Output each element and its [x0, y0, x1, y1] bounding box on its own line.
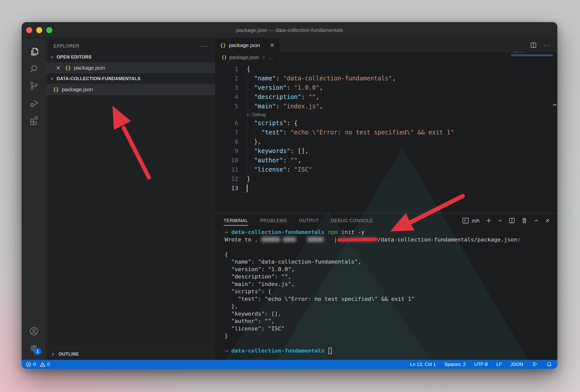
line-number: 2: [215, 75, 239, 82]
terminal-line: "version": "1.0.0",: [225, 266, 557, 273]
code-line[interactable]: 1{: [215, 64, 557, 74]
shell-selector[interactable]: zsh: [462, 217, 479, 224]
code-line[interactable]: 4 "description": "",: [215, 92, 557, 102]
tab-package-json[interactable]: {} package.json: [215, 38, 279, 52]
code-token: "": [290, 157, 298, 164]
search-icon[interactable]: [26, 61, 42, 77]
terminal-dropdown-icon[interactable]: [498, 218, 503, 223]
folder-section-header[interactable]: DATA-COLLECTION-FUNDAMENTALS: [46, 73, 215, 84]
open-editor-item-package-json[interactable]: {} package.json: [46, 62, 215, 73]
terminal-line: "author": "",: [225, 317, 557, 325]
line-number: 10: [215, 157, 239, 164]
breadcrumb[interactable]: {} package.json …: [215, 52, 557, 62]
close-panel-icon[interactable]: [545, 218, 550, 223]
editor-tab-bar: {} package.json ···: [215, 38, 557, 52]
terminal-line: "test": "echo \"Error: no test specified…: [225, 295, 557, 303]
extensions-icon[interactable]: [26, 112, 42, 128]
indent-guide: [247, 83, 247, 92]
terminal-text: [324, 348, 328, 354]
sidebar-more-actions-icon[interactable]: ···: [200, 45, 209, 47]
warning-icon: [40, 362, 46, 367]
source-control-icon[interactable]: [26, 78, 42, 94]
json-file-icon: {}: [65, 65, 71, 71]
code-token: "ISC": [294, 166, 312, 173]
code-line[interactable]: 13: [215, 183, 557, 193]
new-terminal-icon[interactable]: [485, 217, 492, 224]
close-window-button[interactable]: [26, 27, 32, 33]
editor-more-actions-icon[interactable]: ···: [543, 44, 551, 46]
problems-status[interactable]: 0 0: [26, 362, 50, 367]
code-line[interactable]: 5 "main": "index.js",: [215, 102, 557, 111]
code-token: :: [290, 148, 298, 155]
terminal-line: "scripts": {: [225, 288, 557, 295]
indentation-status[interactable]: Spaces: 2: [444, 362, 466, 367]
code-line[interactable]: 8 },: [215, 137, 557, 146]
chevron-right-icon: [51, 352, 56, 357]
explorer-icon[interactable]: [26, 44, 42, 60]
terminal-output[interactable]: → data-collection-fundamentals npm init …: [215, 228, 557, 360]
terminal-cursor: [328, 348, 332, 354]
feedback-person-icon[interactable]: [532, 361, 538, 367]
outline-section-header[interactable]: OUTLINE: [46, 348, 215, 360]
code-line[interactable]: 11 "license": "ISC": [215, 165, 557, 174]
maximize-panel-icon[interactable]: [534, 218, 539, 223]
terminal-text: Wrote to ,: [225, 236, 258, 243]
tree-item-package-json[interactable]: {} package.json: [46, 84, 215, 95]
chevron-down-icon: [50, 76, 55, 81]
code-editor[interactable]: 1{2 "name": "data-collection-fundamental…: [215, 62, 557, 213]
redaction-blur: [261, 237, 280, 242]
tab-problems[interactable]: PROBLEMS: [260, 213, 287, 228]
codelens-debug[interactable]: ▷Debug: [215, 111, 557, 118]
terminal-line: }: [225, 332, 557, 340]
activity-bar: 1: [22, 38, 46, 360]
split-terminal-icon[interactable]: [509, 217, 515, 224]
terminal-line: },: [225, 303, 557, 310]
settings-gear-icon[interactable]: 1: [26, 340, 42, 356]
code-line-text: },: [247, 137, 261, 146]
indent-guide: [247, 128, 247, 137]
code-token: "scripts": [254, 120, 287, 127]
code-line[interactable]: 7 "test": "echo \"Error: no test specifi…: [215, 128, 557, 137]
code-token: :: [287, 166, 294, 173]
open-editors-header[interactable]: OPEN EDITORS: [46, 52, 215, 62]
line-number: 7: [215, 129, 239, 136]
code-line[interactable]: 3 "version": "1.0.0",: [215, 83, 557, 92]
code-line[interactable]: 10 "author": "",: [215, 156, 557, 165]
terminal-text: "keywords": [],: [225, 311, 281, 317]
codelens-label: Debug: [252, 112, 266, 117]
close-tab-icon[interactable]: [269, 42, 275, 48]
code-line-text: "keywords": [],: [247, 146, 309, 156]
code-token: "description": [254, 93, 301, 101]
accounts-icon[interactable]: [26, 323, 42, 339]
redaction-blur: [283, 237, 296, 242]
code-line-text: "version": "1.0.0",: [247, 83, 323, 92]
run-debug-icon[interactable]: [26, 95, 42, 111]
code-line[interactable]: 2 "name": "data-collection-fundamentals"…: [215, 74, 557, 83]
code-line[interactable]: 12}: [215, 174, 557, 183]
terminal-line: {: [225, 251, 557, 258]
tab-terminal[interactable]: TERMINAL: [224, 213, 248, 228]
window-title: package.json — data-collection-fundament…: [236, 27, 343, 33]
cursor-position-status[interactable]: Ln 13, Col 1: [410, 362, 436, 367]
minimize-window-button[interactable]: [36, 27, 42, 33]
tab-debug-console[interactable]: DEBUG CONSOLE: [331, 213, 373, 228]
terminal-line: [225, 340, 557, 347]
json-file-icon: {}: [222, 55, 227, 60]
notifications-bell-icon[interactable]: [546, 361, 552, 367]
kill-terminal-trash-icon[interactable]: [521, 217, 528, 224]
terminal-text: "description": "",: [225, 273, 291, 280]
split-editor-icon[interactable]: [530, 42, 537, 48]
code-token: :: [276, 103, 283, 110]
code-token: "author": [254, 157, 283, 164]
code-line[interactable]: 9 "keywords": [],: [215, 146, 557, 156]
language-mode-status[interactable]: JSON: [510, 362, 523, 367]
code-token: ,: [298, 157, 301, 164]
close-editor-icon[interactable]: [55, 65, 62, 71]
encoding-status[interactable]: UTF-8: [474, 362, 488, 367]
tab-output[interactable]: OUTPUT: [299, 213, 319, 228]
zoom-window-button[interactable]: [46, 27, 52, 33]
eol-status[interactable]: LF: [496, 362, 502, 367]
line-number: 8: [215, 138, 239, 145]
code-line-text: }: [247, 174, 250, 183]
code-line[interactable]: 6 "scripts": {: [215, 118, 557, 128]
